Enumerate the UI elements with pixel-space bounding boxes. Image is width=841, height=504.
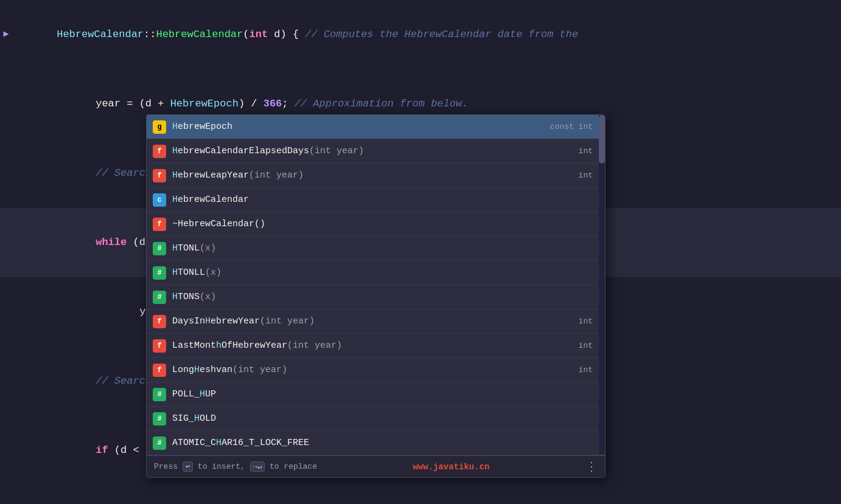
ac-label-8: HTONS(x) <box>172 292 587 302</box>
autocomplete-item-13[interactable]: # SIG_HOLD <box>147 407 605 431</box>
code-line-8: month <box>0 485 841 504</box>
ac-type-3: int <box>579 171 593 180</box>
ac-label-1: HebrewEpoch <box>172 122 544 132</box>
ac-label-11: LongHeshvan(int year) <box>172 365 573 375</box>
code-line-1: ▶ HebrewCalendar::HebrewCalendar(int d) … <box>0 0 841 69</box>
scrollbar-track[interactable] <box>599 115 605 454</box>
ac-label-2: HebrewCalendarElapsedDays(int year) <box>172 146 573 156</box>
footer-menu-icon[interactable]: ⋮ <box>585 459 598 474</box>
autocomplete-item-10[interactable]: f LastMonthOfHebrewYear(int year) int <box>147 334 605 358</box>
ac-label-5: ~HebrewCalendar() <box>172 219 587 229</box>
ac-label-13: SIG_HOLD <box>172 413 587 424</box>
scrollbar-thumb[interactable] <box>599 115 605 164</box>
footer-hint-text3: to replace <box>270 462 317 471</box>
badge-hash-7: # <box>153 266 166 280</box>
ac-label-10: LastMonthOfHebrewYear(int year) <box>172 340 573 351</box>
badge-hash-14: # <box>153 437 166 450</box>
key-replace: →↵ <box>250 461 265 472</box>
badge-f-5: f <box>153 218 166 231</box>
badge-f-2: f <box>153 145 166 158</box>
footer-hint-text: Press <box>154 462 183 471</box>
autocomplete-item-8[interactable]: # HTONS(x) <box>147 285 605 309</box>
badge-f-11: f <box>153 364 166 377</box>
line-content-8: month <box>15 485 841 504</box>
token-classname: HebrewCalendar <box>57 29 144 40</box>
ac-label-9: DaysInHebrewYear(int year) <box>172 316 573 326</box>
footer-hint-text2: to insert, <box>198 462 250 471</box>
ac-type-11: int <box>579 365 593 375</box>
autocomplete-item-9[interactable]: f DaysInHebrewYear(int year) int <box>147 309 605 334</box>
ac-label-3: HebrewLeapYear(int year) <box>172 170 573 181</box>
autocomplete-item-6[interactable]: # HTONL(x) <box>147 236 605 261</box>
footer-hint: Press ↩ to insert, →↵ to replace <box>154 461 317 472</box>
ac-label-12: POLL_HUP <box>172 389 587 399</box>
badge-f-9: f <box>153 315 166 328</box>
ac-label-4: HebrewCalendar <box>172 195 587 205</box>
line-content-1: HebrewCalendar::HebrewCalendar(int d) { … <box>15 0 841 69</box>
ac-type-1: const int <box>550 122 593 131</box>
badge-c-4: c <box>153 193 166 207</box>
ac-type-10: int <box>579 341 593 350</box>
autocomplete-item-1[interactable]: g HebrewEpoch const int <box>147 115 605 139</box>
ac-type-9: int <box>579 317 593 326</box>
badge-hash-8: # <box>153 291 166 304</box>
badge-hash-12: # <box>153 388 166 401</box>
autocomplete-item-11[interactable]: f LongHeshvan(int year) int <box>147 358 605 382</box>
badge-hash-6: # <box>153 242 166 255</box>
autocomplete-item-12[interactable]: # POLL_HUP <box>147 382 605 407</box>
autocomplete-item-3[interactable]: f HebrewLeapYear(int year) int <box>147 164 605 188</box>
autocomplete-item-2[interactable]: f HebrewCalendarElapsedDays(int year) in… <box>147 139 605 164</box>
badge-hash-13: # <box>153 412 166 426</box>
autocomplete-item-4[interactable]: c HebrewCalendar <box>147 188 605 212</box>
ac-type-2: int <box>579 147 593 156</box>
autocomplete-item-7[interactable]: # HTONLL(x) <box>147 261 605 285</box>
ac-label-14: ATOMIC_CHAR16_T_LOCK_FREE <box>172 438 587 448</box>
ac-label-7: HTONLL(x) <box>172 268 587 278</box>
badge-f-10: f <box>153 339 166 353</box>
autocomplete-footer: Press ↩ to insert, →↵ to replace www.jav… <box>147 455 605 477</box>
footer-brand: www.javatiku.cn <box>413 462 489 472</box>
badge-f-3: f <box>153 169 166 182</box>
badge-g: g <box>153 120 166 134</box>
autocomplete-dropdown: g HebrewEpoch const int f HebrewCalendar… <box>146 114 605 478</box>
autocomplete-item-14[interactable]: # ATOMIC_CHAR16_T_LOCK_FREE <box>147 431 605 455</box>
autocomplete-item-5[interactable]: f ~HebrewCalendar() <box>147 212 605 236</box>
key-insert: ↩ <box>183 461 193 472</box>
gutter-1: ▶ <box>0 23 12 46</box>
ac-label-6: HTONL(x) <box>172 243 587 254</box>
